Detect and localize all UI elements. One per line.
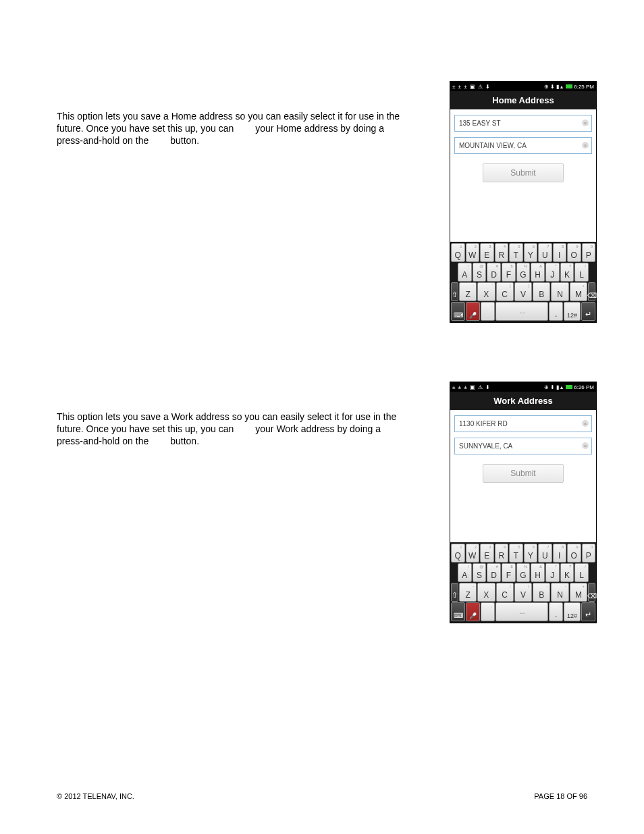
backspace-key[interactable] — [588, 583, 595, 602]
key-o[interactable]: O9 — [567, 544, 581, 563]
footer-copyright: © 2012 TELENAV, INC. — [57, 792, 134, 800]
key-b[interactable]: B- — [533, 583, 550, 602]
keyboard-work: Q1W2E3R4T5Y6U7I8O9P0 A!S@D#F$G%H&J*K?L/ … — [450, 542, 596, 623]
period-key[interactable]: .: — [549, 302, 563, 321]
backspace-key[interactable] — [588, 282, 595, 301]
key-i[interactable]: I8 — [553, 544, 567, 563]
period-key[interactable]: .: — [549, 602, 563, 621]
space-key[interactable]: ⎵ — [495, 302, 548, 321]
symbols-key[interactable]: 12# — [564, 602, 581, 621]
key-z[interactable]: Z- — [459, 583, 477, 602]
key-a[interactable]: A! — [458, 263, 472, 282]
comma-key[interactable]: , — [481, 602, 495, 621]
work-city-input[interactable]: SUNNYVALE, CA — [454, 438, 592, 454]
key-k[interactable]: K? — [560, 563, 574, 582]
clear-icon[interactable]: × — [582, 442, 589, 449]
key-i[interactable]: I8 — [553, 243, 567, 262]
status-bar-home: ± ± ± ▣ ⚠ ⬇ ⊕ ⬇ ▮ ▴ 6:25 PM — [450, 82, 596, 91]
key-h[interactable]: H& — [531, 263, 545, 282]
battery-icon — [566, 84, 572, 88]
keyboard-toggle-key[interactable] — [451, 602, 465, 621]
clear-icon[interactable]: × — [582, 120, 589, 126]
key-y[interactable]: Y6 — [524, 243, 538, 262]
status-right: ⊕ ⬇ ▮ ▴ 6:25 PM — [544, 84, 594, 90]
status-right: ⊕ ⬇ ▮ ▴ 6:26 PM — [544, 384, 594, 390]
key-r[interactable]: R4 — [495, 243, 509, 262]
key-b[interactable]: B- — [533, 282, 550, 301]
status-time-work: 6:26 PM — [574, 384, 594, 390]
key-u[interactable]: U7 — [538, 243, 552, 262]
key-n[interactable]: N- — [551, 282, 568, 301]
key-n[interactable]: N- — [551, 583, 568, 602]
status-icons-left: ± ± ± ▣ ⚠ ⬇ — [452, 84, 491, 90]
key-d[interactable]: D# — [487, 263, 501, 282]
key-t[interactable]: T5 — [509, 243, 523, 262]
key-r[interactable]: R4 — [495, 544, 509, 563]
key-u[interactable]: U7 — [538, 544, 552, 563]
key-l[interactable]: L/ — [574, 263, 589, 282]
home-line2a: future. Once you have set this up, you c… — [57, 122, 234, 134]
key-z[interactable]: Z- — [459, 282, 477, 301]
key-e[interactable]: E3 — [480, 544, 494, 563]
key-a[interactable]: A! — [458, 563, 472, 582]
home-city-input[interactable]: MOUNTAIN VIEW, CA — [454, 137, 592, 154]
clear-icon[interactable]: × — [582, 142, 589, 149]
enter-key[interactable] — [581, 302, 595, 321]
key-v[interactable]: V) — [514, 282, 532, 301]
keyboard-toggle-key[interactable] — [451, 302, 465, 321]
clear-icon[interactable]: × — [582, 420, 589, 427]
key-w[interactable]: W2 — [466, 243, 480, 262]
home-street-input[interactable]: 135 EASY ST — [454, 115, 592, 132]
key-w[interactable]: W2 — [466, 544, 480, 563]
phone-title-home: Home Address — [450, 91, 596, 109]
key-f[interactable]: F$ — [502, 263, 516, 282]
phone-body-work: 1130 KIFER RD × SUNNYVALE, CA × Submit — [450, 410, 596, 542]
home-paragraph: This option lets you save a Home address… — [57, 110, 421, 147]
key-t[interactable]: T5 — [509, 544, 523, 563]
submit-button-work[interactable]: Submit — [483, 464, 564, 483]
comma-key[interactable]: , — [481, 302, 495, 321]
key-x[interactable]: X' — [477, 583, 495, 602]
key-y[interactable]: Y6 — [524, 544, 538, 563]
space-key[interactable]: ⎵ — [495, 602, 548, 621]
key-m[interactable]: M+ — [570, 583, 587, 602]
key-k[interactable]: K? — [560, 263, 574, 282]
key-q[interactable]: Q1 — [451, 544, 465, 563]
key-p[interactable]: P0 — [582, 243, 596, 262]
key-h[interactable]: H& — [531, 563, 545, 582]
mic-key[interactable] — [466, 602, 480, 621]
shift-key[interactable] — [451, 583, 458, 602]
key-s[interactable]: S@ — [473, 263, 487, 282]
work-street-input[interactable]: 1130 KIFER RD — [454, 415, 592, 432]
submit-button-home[interactable]: Submit — [483, 163, 564, 182]
home-line3a: press-and-hold on the — [57, 134, 149, 147]
key-g[interactable]: G% — [516, 263, 531, 282]
key-p[interactable]: P0 — [582, 544, 596, 563]
key-o[interactable]: O9 — [567, 243, 581, 262]
key-d[interactable]: D# — [487, 563, 501, 582]
key-q[interactable]: Q1 — [451, 243, 465, 262]
key-e[interactable]: E3 — [480, 243, 494, 262]
key-s[interactable]: S@ — [473, 563, 487, 582]
key-j[interactable]: J* — [545, 263, 560, 282]
home-line2b: your Home address by doing a — [255, 122, 384, 134]
status-icons-right: ⊕ ⬇ ▮ ▴ — [544, 84, 564, 90]
phone-work: ± ± ± ▣ ⚠ ⬇ ⊕ ⬇ ▮ ▴ 6:26 PM Work Address… — [450, 382, 597, 623]
work-paragraph: This option lets you save a Work address… — [57, 411, 421, 448]
key-g[interactable]: G% — [516, 563, 531, 582]
key-c[interactable]: C( — [496, 583, 514, 602]
key-j[interactable]: J* — [545, 563, 560, 582]
key-f[interactable]: F$ — [502, 563, 516, 582]
key-m[interactable]: M+ — [570, 282, 587, 301]
key-l[interactable]: L/ — [574, 563, 589, 582]
enter-key[interactable] — [581, 602, 595, 621]
key-c[interactable]: C( — [496, 282, 514, 301]
work-line2b: your Work address by doing a — [255, 423, 381, 435]
shift-key[interactable] — [451, 282, 458, 301]
phone-title-work: Work Address — [450, 392, 596, 410]
key-v[interactable]: V) — [514, 583, 532, 602]
key-x[interactable]: X' — [477, 282, 495, 301]
mic-key[interactable] — [466, 302, 480, 321]
symbols-key[interactable]: 12# — [564, 302, 581, 321]
work-line2a: future. Once you have set this up, you c… — [57, 423, 234, 435]
